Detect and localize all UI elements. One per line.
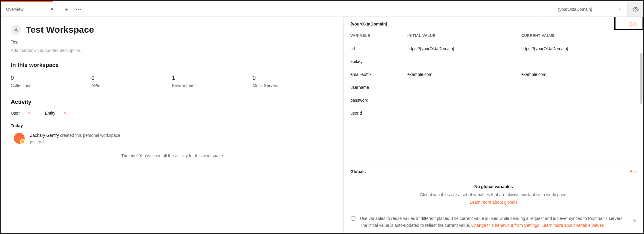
cell-current (515, 94, 643, 107)
edit-environment-link[interactable]: Edit (630, 22, 637, 26)
stat-collections[interactable]: 0 Collections (11, 75, 91, 88)
activity-end-message: The end! You've seen all the activity fo… (11, 153, 333, 158)
cell-initial: example.com (401, 68, 515, 81)
filter-user[interactable]: User ▾ (11, 111, 30, 116)
cell-variable: username (344, 81, 401, 94)
cell-variable: apikey (344, 55, 401, 68)
tab-bar: Overview × ＋ ••• {yourOktaDomain} (1, 2, 643, 17)
cell-variable: password (344, 94, 401, 107)
chevron-down-icon: ▾ (64, 111, 66, 115)
cell-initial (401, 81, 515, 94)
globals-section: Globals Edit No global variables Global … (344, 164, 643, 210)
globals-empty-heading: No global variables (350, 184, 637, 189)
stat-count: 0 (253, 75, 333, 81)
cell-initial (401, 55, 515, 68)
environment-quicklook-button[interactable] (627, 2, 643, 16)
tab-actions: ＋ ••• (59, 2, 86, 16)
edit-globals-link[interactable]: Edit (630, 169, 637, 174)
stat-apis[interactable]: 0 APIs (91, 75, 172, 88)
workspace-overview: Test Workspace Test Add markdown support… (1, 17, 343, 233)
stat-mock-servers[interactable]: 0 Mock Servers (253, 75, 333, 88)
activity-text: Zachary Gentry created this personal wor… (30, 133, 120, 138)
svg-point-0 (635, 8, 636, 10)
info-link-learn[interactable]: Learn more about variable values (541, 223, 604, 228)
scrollbar[interactable] (640, 53, 643, 104)
cell-variable: url (344, 42, 401, 55)
tab-label: Overview (6, 7, 23, 12)
table-row[interactable]: urlhttps://{yourOktaDomain}https://{your… (344, 42, 643, 55)
postman-logo-icon (16, 135, 22, 142)
close-icon[interactable]: × (50, 6, 54, 12)
annotation-highlight (614, 17, 643, 30)
activity-date-heading: Today (11, 123, 333, 128)
avatar (14, 133, 25, 144)
stat-count: 0 (91, 75, 172, 81)
info-icon (350, 216, 356, 223)
workspace-subtitle: Test (11, 40, 333, 44)
filter-label: Entity (45, 111, 55, 116)
workspace-avatar (11, 25, 21, 35)
more-icon[interactable]: ••• (76, 7, 82, 12)
close-icon[interactable]: ✕ (633, 217, 637, 225)
filter-entity[interactable]: Entity ▾ (45, 111, 66, 116)
environment-name: {yourOktaDomain} (558, 7, 592, 12)
cell-current (515, 55, 643, 68)
stat-environment[interactable]: 1 Environment (172, 75, 253, 88)
plus-icon[interactable]: ＋ (64, 6, 69, 13)
environment-dropdown-button[interactable] (611, 2, 627, 16)
table-row[interactable]: password (344, 94, 643, 107)
workspace-title: Test Workspace (26, 25, 94, 35)
cell-variable: userId (344, 107, 401, 120)
info-bar: Use variables to reuse values in differe… (344, 210, 643, 233)
filter-label: User (11, 111, 20, 116)
eye-icon (633, 6, 639, 12)
globals-title: Globals (350, 169, 366, 174)
activity-item: Zachary Gentry created this personal wor… (14, 133, 333, 144)
cell-current: https://{yourOktaDomain} (515, 42, 643, 55)
svg-point-5 (353, 217, 353, 218)
cell-current (515, 81, 643, 94)
svg-point-1 (15, 28, 17, 30)
col-current: CURRENT VALUE (515, 29, 643, 42)
info-text: Use variables to reuse values in differe… (360, 215, 629, 229)
col-initial: INITIAL VALUE (401, 29, 515, 42)
activity-time: just now (30, 140, 120, 144)
stat-label: Environment (172, 83, 253, 88)
env-panel-title: {yourOktaDomain} (350, 22, 388, 26)
table-row[interactable]: userId (344, 107, 643, 120)
cell-initial: https://{yourOktaDomain} (401, 42, 515, 55)
cell-variable: email-suffix (344, 68, 401, 81)
workspace-description-placeholder[interactable]: Add markdown supported description... (11, 48, 333, 53)
table-row[interactable]: apikey (344, 55, 643, 68)
environment-selector[interactable]: {yourOktaDomain} (539, 2, 611, 16)
activity-heading: Activity (11, 99, 333, 105)
chevron-down-icon (617, 7, 622, 11)
cell-initial (401, 94, 515, 107)
person-icon (13, 27, 19, 32)
environment-quicklook-panel: {yourOktaDomain} Edit VARIABLE INITIAL V… (343, 17, 643, 233)
active-tab-indicator (1, 1, 53, 2)
cell-initial (401, 107, 515, 120)
variables-table: VARIABLE INITIAL VALUE CURRENT VALUE url… (344, 29, 643, 119)
table-row[interactable]: username (344, 81, 643, 94)
globals-learn-link[interactable]: Learn more about globals (350, 200, 637, 205)
stat-count: 1 (172, 75, 253, 81)
cell-current: example.com (515, 68, 643, 81)
section-heading: In this workspace (11, 62, 333, 68)
globals-empty-desc: Global variables are a set of variables … (401, 191, 587, 198)
stat-label: Collections (11, 83, 91, 88)
stat-count: 0 (11, 75, 91, 81)
info-link-settings[interactable]: Change this behaviour from Settings. (471, 223, 540, 228)
chevron-down-icon: ▾ (28, 111, 30, 115)
col-variable: VARIABLE (344, 29, 401, 42)
tab-overview[interactable]: Overview × (1, 2, 59, 16)
table-row[interactable]: email-suffixexample.comexample.com (344, 68, 643, 81)
stat-label: APIs (91, 83, 172, 88)
cell-current (515, 107, 643, 120)
stat-label: Mock Servers (253, 83, 333, 88)
